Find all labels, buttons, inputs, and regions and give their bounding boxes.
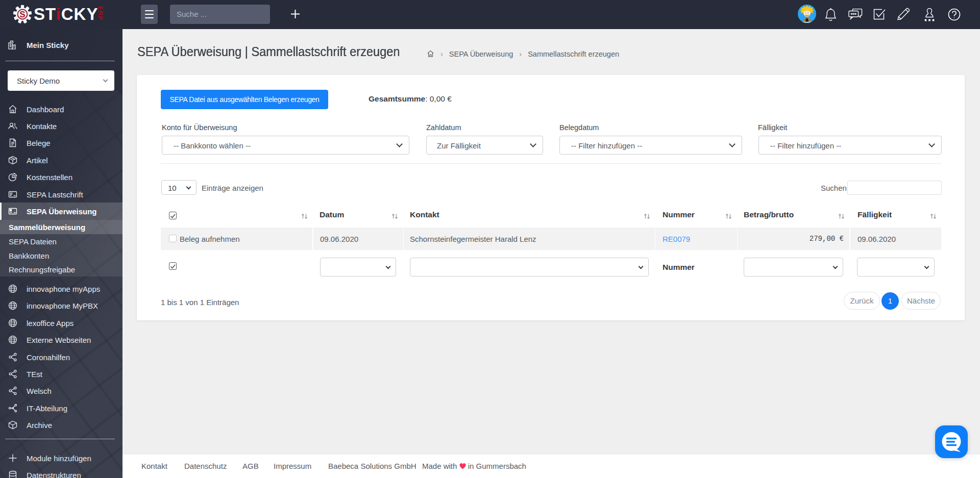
svg-text:S: S xyxy=(19,10,25,19)
